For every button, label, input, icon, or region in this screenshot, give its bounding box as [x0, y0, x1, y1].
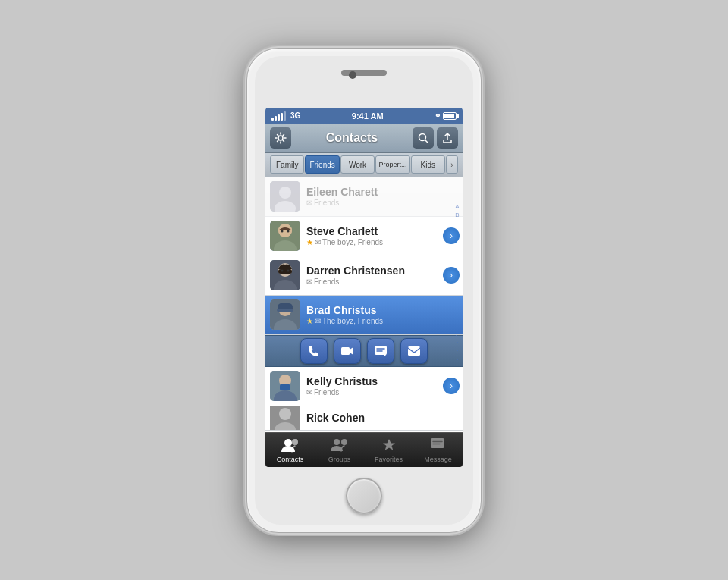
chevron-steve[interactable]: › — [443, 227, 460, 244]
contact-eileen[interactable]: Eileen Charett ✉ Friends — [265, 177, 463, 217]
avatar-brad — [270, 299, 300, 330]
svg-rect-15 — [278, 269, 292, 274]
speaker — [341, 70, 387, 76]
tab-family[interactable]: Family — [270, 155, 304, 174]
svg-point-17 — [287, 270, 290, 272]
segment-more[interactable]: › — [446, 155, 458, 174]
search-button[interactable] — [413, 127, 434, 149]
avatar-rick — [270, 406, 300, 431]
action-bar — [265, 335, 463, 367]
nav-bar: Contacts — [265, 124, 463, 153]
tab-contacts[interactable]: Contacts — [265, 434, 315, 466]
tab-groups[interactable]: Groups — [315, 434, 364, 466]
favorites-icon — [380, 436, 398, 454]
contact-name-brad: Brad Christus — [306, 304, 460, 316]
signal-bar-1 — [271, 118, 274, 121]
contact-sub-eileen: ✉ Friends — [306, 199, 460, 207]
tab-message[interactable]: Message — [413, 434, 463, 466]
signal-bar-4 — [281, 113, 283, 121]
contact-name-darren: Darren Christensen — [306, 265, 440, 277]
signal-bar-5 — [284, 111, 286, 121]
contact-sub-kelly: ✉ Friends — [306, 388, 440, 397]
contact-brad[interactable]: Brad Christus ★ ✉ The boyz, Friends — [265, 296, 463, 335]
battery-icon — [443, 112, 457, 120]
chevron-kelly[interactable]: › — [443, 378, 460, 394]
tab-work[interactable]: Work — [340, 155, 375, 174]
avatar-darren — [270, 260, 300, 290]
status-right: ⚭ — [435, 111, 457, 120]
alpha-letter[interactable]: · — [457, 356, 458, 364]
sms-button[interactable] — [367, 338, 394, 364]
tab-contacts-label: Contacts — [277, 456, 304, 463]
call-button[interactable] — [300, 338, 328, 364]
contact-info-rick: Rick Cohen — [306, 412, 460, 424]
svg-point-40 — [341, 439, 347, 445]
signal-bar-3 — [278, 114, 280, 121]
avatar-eileen — [270, 181, 300, 212]
tab-bar: Contacts Groups — [265, 432, 463, 467]
contact-name-rick: Rick Cohen — [306, 412, 460, 424]
contact-steve[interactable]: Steve Charlett ★ ✉ The boyz, Friends › — [265, 217, 463, 256]
contact-name-steve: Steve Charlett — [306, 225, 440, 237]
contact-sub-darren: ✉ Friends — [306, 277, 440, 286]
status-left: 3G — [271, 111, 300, 121]
phone-inner: 3G 9:41 AM ⚭ — [255, 56, 473, 525]
contact-info-darren: Darren Christensen ✉ Friends — [306, 265, 440, 286]
contact-sub-brad: ★ ✉ The boyz, Friends — [306, 317, 460, 325]
share-button[interactable] — [437, 127, 458, 149]
svg-point-39 — [334, 439, 340, 445]
settings-button[interactable] — [270, 127, 291, 149]
svg-rect-33 — [280, 384, 290, 390]
contact-darren[interactable]: Darren Christensen ✉ Friends › — [265, 256, 463, 296]
phone-frame: 3G 9:41 AM ⚭ — [246, 48, 482, 533]
status-bar: 3G 9:41 AM ⚭ — [265, 108, 463, 124]
tab-property[interactable]: Propert... — [375, 155, 410, 174]
tab-kids[interactable]: Kids — [411, 155, 445, 174]
contact-info-steve: Steve Charlett ★ ✉ The boyz, Friends — [306, 225, 440, 246]
contact-sub-steve: ★ ✉ The boyz, Friends — [306, 238, 440, 246]
contact-info-kelly: Kelly Christus ✉ Friends — [306, 375, 440, 397]
camera — [349, 71, 356, 79]
svg-line-2 — [425, 140, 428, 143]
groups-icon — [331, 436, 349, 454]
svg-rect-41 — [431, 438, 444, 448]
contacts-icon — [281, 436, 300, 454]
alpha-letter[interactable]: · — [457, 346, 458, 355]
status-time: 9:41 AM — [352, 111, 384, 121]
svg-point-37 — [284, 439, 292, 447]
contact-name-kelly: Kelly Christus — [306, 375, 440, 387]
avatar-kelly — [270, 371, 300, 401]
svg-rect-24 — [277, 309, 293, 312]
tab-message-label: Message — [424, 456, 452, 463]
contact-info-brad: Brad Christus ★ ✉ The boyz, Friends — [306, 304, 460, 325]
signal-bars — [271, 111, 286, 121]
avatar-steve — [270, 221, 300, 251]
svg-rect-29 — [408, 346, 420, 356]
tab-friends[interactable]: Friends — [305, 155, 339, 174]
svg-rect-25 — [341, 347, 350, 355]
signal-bar-2 — [275, 116, 277, 121]
svg-point-16 — [281, 270, 284, 272]
contact-list: ABC·EFG·IJKLM··P····XYZ# Eileen Charett — [265, 177, 463, 432]
svg-point-38 — [292, 439, 298, 445]
tab-groups-label: Groups — [328, 456, 351, 463]
svg-point-4 — [279, 187, 291, 199]
alpha-letter[interactable]: · — [457, 338, 458, 346]
network-type: 3G — [290, 111, 300, 120]
contact-info-eileen: Eileen Charett ✉ Friends — [306, 186, 460, 207]
svg-point-10 — [281, 230, 284, 233]
chevron-darren[interactable]: › — [443, 267, 460, 284]
message-icon — [429, 436, 447, 454]
contact-name-eileen: Eileen Charett — [306, 186, 460, 198]
screen: 3G 9:41 AM ⚭ — [265, 108, 463, 467]
contact-rick[interactable]: Rick Cohen — [265, 406, 463, 431]
home-button[interactable] — [346, 478, 382, 514]
tab-favorites[interactable]: Favorites — [364, 434, 413, 466]
video-button[interactable] — [334, 338, 361, 364]
contact-kelly[interactable]: Kelly Christus ✉ Friends › — [265, 367, 463, 406]
bluetooth-icon: ⚭ — [435, 111, 441, 120]
nav-title: Contacts — [326, 131, 378, 145]
segment-bar: Family Friends Work Propert... Kids › — [265, 153, 463, 177]
svg-point-0 — [278, 136, 283, 140]
email-button[interactable] — [400, 338, 428, 364]
